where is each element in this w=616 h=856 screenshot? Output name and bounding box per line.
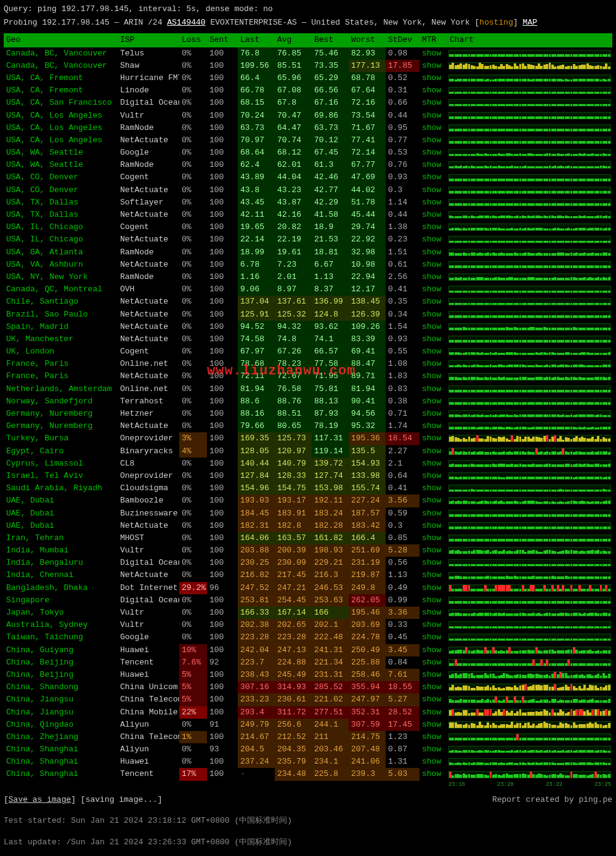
mtr-show-link[interactable]: show [419,594,447,607]
cell-isp: Softlayer [118,196,179,209]
cell-chart [447,507,612,520]
mtr-show-link[interactable]: show [419,619,447,631]
table-row: USA, CO, DenverNetActuate0%10043.843.234… [4,184,612,196]
mtr-show-link[interactable]: show [419,196,447,209]
map-link[interactable]: MAP [523,18,537,27]
mtr-show-link[interactable]: show [419,607,447,619]
mtr-show-link[interactable]: show [419,134,447,147]
mtr-show-link[interactable]: show [419,259,447,271]
mtr-show-link[interactable]: show [419,432,447,445]
mtr-show-link[interactable]: show [419,333,447,345]
mtr-show-link[interactable]: show [419,768,447,780]
header-avg[interactable]: Avg [275,33,312,47]
cell-last: 94.52 [238,321,275,333]
cell-avg: 67.08 [275,84,312,97]
mtr-show-link[interactable]: show [419,693,447,706]
mtr-show-link[interactable]: show [419,122,447,134]
mtr-show-link[interactable]: show [419,532,447,544]
mtr-show-link[interactable]: show [419,420,447,432]
cell-isp: MHOST [118,532,179,544]
cell-last: 66.4 [238,72,275,84]
cell-sent: 100 [207,631,238,644]
header-best[interactable]: Best [312,33,349,47]
mtr-show-link[interactable]: show [419,756,447,768]
mtr-show-link[interactable]: show [419,470,447,482]
mtr-show-link[interactable]: show [419,520,447,532]
mtr-show-link[interactable]: show [419,60,447,72]
mtr-show-link[interactable]: show [419,408,447,420]
mtr-show-link[interactable]: show [419,97,447,109]
cell-loss: 0% [179,84,207,97]
mtr-show-link[interactable]: show [419,569,447,581]
cell-last: 214.67 [238,731,275,743]
header-last[interactable]: Last [238,33,275,47]
header-mtr[interactable]: MTR [419,33,447,47]
mtr-show-link[interactable]: show [419,171,447,184]
mtr-show-link[interactable]: show [419,321,447,333]
mtr-show-link[interactable]: show [419,656,447,669]
header-worst[interactable]: Worst [349,33,386,47]
mtr-show-link[interactable]: show [419,557,447,569]
mtr-show-link[interactable]: show [419,383,447,395]
table-row: UAE, DubaiNetActuate0%100182.31182.8182.… [4,520,612,532]
mtr-show-link[interactable]: show [419,345,447,358]
cell-stdev: 0.53 [386,147,419,159]
asn-link[interactable]: AS149440 [167,18,205,27]
mtr-show-link[interactable]: show [419,309,447,321]
header-geo[interactable]: Geo [4,33,118,47]
mtr-show-link[interactable]: show [419,731,447,743]
mtr-show-link[interactable]: show [419,358,447,370]
mtr-show-link[interactable]: show [419,110,447,122]
cell-isp: Digital Ocean [118,557,179,569]
table-row: France, ParisOnline.net0%10078.6878.2377… [4,358,612,370]
mtr-show-link[interactable]: show [419,644,447,656]
mtr-show-link[interactable]: show [419,719,447,731]
cell-best: 198.93 [312,544,349,557]
mtr-show-link[interactable]: show [419,184,447,196]
save-as-image-link[interactable]: Save as image [9,795,71,804]
cell-sent: 100 [207,358,238,370]
cell-worst: 262.05 [349,594,386,607]
header-loss[interactable]: Loss [179,33,207,47]
cell-last: 6.78 [238,259,275,271]
header-chart[interactable]: Chart [447,33,612,47]
table-row: Germany, NurembergHetzner0%10088.1688.51… [4,408,612,420]
mtr-show-link[interactable]: show [419,271,447,283]
mtr-show-link[interactable]: show [419,681,447,693]
cell-best: 78.19 [312,420,349,432]
mtr-show-link[interactable]: show [419,631,447,644]
mtr-show-link[interactable]: show [419,669,447,681]
header-stdev[interactable]: StDev [386,33,419,47]
mtr-show-link[interactable]: show [419,233,447,246]
mtr-show-link[interactable]: show [419,159,447,171]
mtr-show-link[interactable]: show [419,209,447,221]
mtr-show-link[interactable]: show [419,582,447,594]
mtr-show-link[interactable]: show [419,84,447,97]
mtr-show-link[interactable]: show [419,72,447,84]
mtr-show-link[interactable]: show [419,706,447,719]
mtr-show-link[interactable]: show [419,395,447,408]
mtr-show-link[interactable]: show [419,147,447,159]
cell-geo: USA, CA, Fremont [4,84,118,97]
header-isp[interactable]: ISP [118,33,179,47]
mtr-show-link[interactable]: show [419,458,447,470]
mtr-show-link[interactable]: show [419,283,447,296]
mtr-show-link[interactable]: show [419,296,447,308]
mtr-show-link[interactable]: show [419,544,447,557]
cell-sent: 100 [207,408,238,420]
mtr-show-link[interactable]: show [419,370,447,382]
mtr-show-link[interactable]: show [419,507,447,520]
mtr-show-link[interactable]: show [419,246,447,259]
mtr-show-link[interactable]: show [419,482,447,495]
mtr-show-link[interactable]: show [419,445,447,458]
sparkline [448,460,611,467]
header-sent[interactable]: Sent [207,33,238,47]
cell-best: 63.73 [312,122,349,134]
mtr-show-link[interactable]: show [419,495,447,507]
sparkline [448,373,611,381]
mtr-show-link[interactable]: show [419,221,447,233]
cell-best: 1.13 [312,271,349,283]
cell-isp: Cogent [118,221,179,233]
mtr-show-link[interactable]: show [419,743,447,756]
mtr-show-link[interactable]: show [419,47,447,60]
